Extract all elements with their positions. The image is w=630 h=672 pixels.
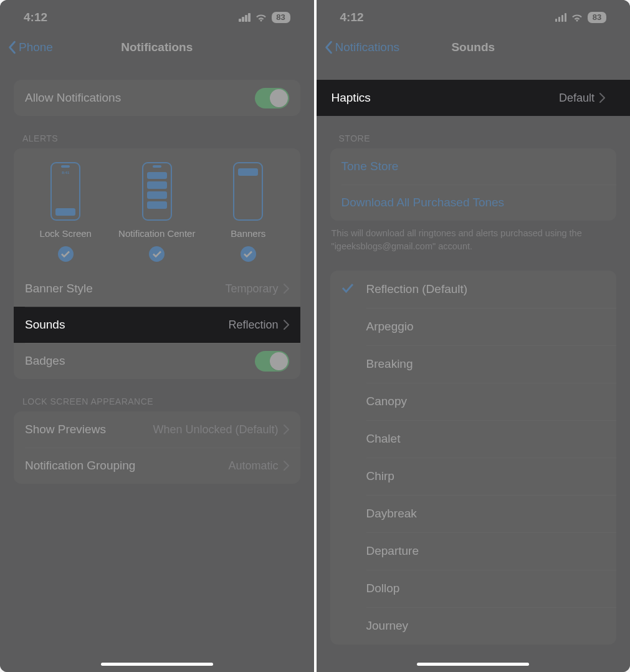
tone-row[interactable]: Daybreak [330, 495, 617, 532]
tone-label: Breaking [366, 357, 413, 371]
cellular-icon [555, 13, 567, 22]
alert-option-notification-center[interactable]: Notification Center [112, 162, 203, 262]
wifi-icon [255, 13, 267, 22]
chevron-right-icon [599, 93, 605, 103]
back-button[interactable]: Notifications [324, 41, 400, 54]
sounds-value: Reflection [228, 319, 278, 332]
tone-label: Reflection (Default) [366, 282, 468, 296]
home-indicator[interactable] [101, 663, 213, 666]
tone-label: Journey [366, 619, 409, 633]
tone-row[interactable]: Chirp [330, 458, 617, 495]
show-previews-label: Show Previews [25, 423, 145, 436]
sounds-label: Sounds [25, 318, 221, 332]
nav-bar: Phone Notifications [0, 31, 314, 64]
home-indicator[interactable] [417, 663, 529, 666]
back-button[interactable]: Phone [7, 41, 53, 54]
back-label: Notifications [335, 41, 400, 54]
tone-row[interactable]: Journey [330, 607, 617, 645]
sounds-row[interactable]: Sounds Reflection [14, 307, 300, 343]
alert-option-label: Lock Screen [40, 228, 92, 239]
notification-grouping-value: Automatic [228, 459, 278, 473]
tone-label: Dollop [366, 582, 400, 595]
chevron-right-icon [284, 320, 289, 330]
chevron-right-icon [284, 425, 289, 434]
haptics-label: Haptics [332, 91, 551, 105]
tone-store-label: Tone Store [341, 160, 606, 173]
notification-center-icon [142, 162, 172, 221]
notification-grouping-row[interactable]: Notification Grouping Automatic [14, 448, 300, 484]
tone-label: Departure [366, 544, 419, 558]
banner-style-label: Banner Style [25, 282, 217, 295]
badges-row[interactable]: Badges [14, 343, 300, 379]
check-icon [58, 246, 74, 262]
tone-row[interactable]: Departure [330, 532, 617, 570]
status-bar: 4:12 83 [317, 0, 631, 31]
download-all-row[interactable]: Download All Purchased Tones [330, 185, 617, 221]
wifi-icon [571, 13, 583, 22]
chevron-right-icon [284, 284, 289, 294]
badges-label: Badges [25, 354, 247, 368]
notification-grouping-label: Notification Grouping [25, 459, 221, 473]
check-icon [341, 282, 354, 296]
back-label: Phone [19, 41, 53, 54]
download-all-label: Download All Purchased Tones [341, 196, 606, 209]
battery-icon: 83 [272, 12, 290, 23]
alert-option-label: Notification Center [118, 228, 195, 239]
store-header: STORE [317, 116, 631, 148]
alerts-header: ALERTS [0, 116, 314, 148]
alert-option-label: Banners [231, 228, 265, 239]
allow-notifications-label: Allow Notifications [25, 91, 247, 105]
lock-appearance-header: LOCK SCREEN APPEARANCE [0, 379, 314, 411]
banners-icon [233, 162, 263, 221]
tone-store-row[interactable]: Tone Store [330, 148, 617, 185]
status-time: 4:12 [340, 11, 364, 24]
nav-bar: Notifications Sounds [317, 31, 631, 64]
allow-notifications-toggle[interactable] [255, 88, 289, 108]
badges-toggle[interactable] [255, 351, 289, 372]
tone-label: Daybreak [366, 507, 417, 521]
tone-row[interactable]: Reflection (Default) [330, 271, 617, 308]
haptics-row[interactable]: Haptics Default [317, 80, 631, 116]
battery-icon: 83 [588, 12, 606, 23]
store-footer: This will download all ringtones and ale… [317, 221, 631, 253]
alert-option-lock-screen[interactable]: 8:41 Lock Screen [20, 162, 112, 262]
allow-notifications-row[interactable]: Allow Notifications [14, 80, 300, 116]
cellular-icon [239, 13, 251, 22]
tone-row[interactable]: Chalet [330, 420, 617, 458]
status-bar: 4:12 83 [0, 0, 314, 31]
show-previews-value: When Unlocked (Default) [153, 423, 278, 436]
tone-row[interactable]: Canopy [330, 383, 617, 420]
tone-label: Chalet [366, 432, 401, 446]
haptics-value: Default [559, 92, 594, 105]
alert-option-banners[interactable]: Banners [203, 162, 294, 262]
tone-row[interactable]: Arpeggio [330, 308, 617, 345]
tone-row[interactable]: Breaking [330, 345, 617, 383]
alerts-options: 8:41 Lock Screen Notification Center [14, 148, 300, 271]
check-icon [241, 246, 256, 262]
tone-label: Arpeggio [366, 320, 414, 334]
lock-screen-icon: 8:41 [50, 162, 80, 221]
tone-label: Chirp [366, 469, 394, 483]
banner-style-row[interactable]: Banner Style Temporary [14, 271, 300, 307]
status-time: 4:12 [24, 11, 47, 24]
tone-label: Canopy [366, 395, 408, 408]
page-title: Notifications [10, 41, 304, 54]
banner-style-value: Temporary [225, 282, 278, 295]
show-previews-row[interactable]: Show Previews When Unlocked (Default) [14, 411, 300, 448]
check-icon [149, 246, 165, 262]
chevron-right-icon [284, 461, 289, 471]
tone-row[interactable]: Dollop [330, 570, 617, 607]
